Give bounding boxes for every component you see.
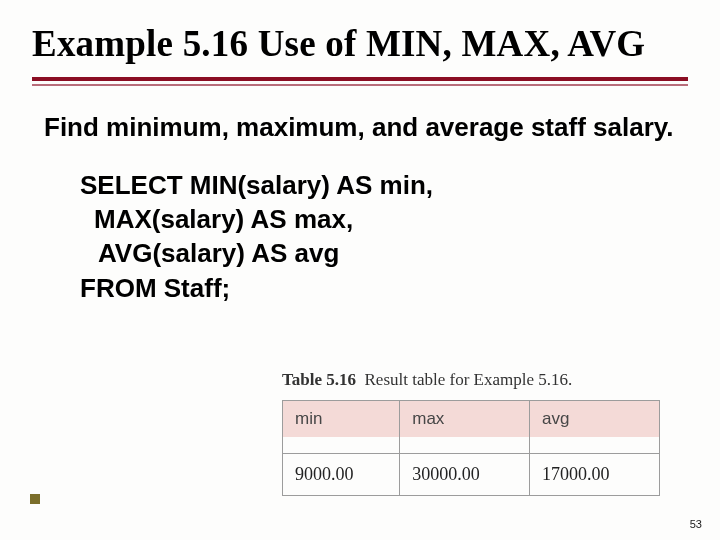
col-header-avg: avg (530, 401, 660, 438)
result-table: min max avg 9000.00 30000.00 17000.00 (282, 400, 660, 496)
table-caption: Table 5.16 Result table for Example 5.16… (282, 370, 682, 390)
table-caption-label: Table 5.16 (282, 370, 356, 389)
table-caption-text: Result table for Example 5.16. (365, 370, 573, 389)
cell-max: 30000.00 (400, 454, 530, 496)
col-header-max: max (400, 401, 530, 438)
table-spacer-row (283, 437, 660, 453)
title-underline (32, 77, 688, 86)
table-header-row: min max avg (283, 401, 660, 438)
result-table-block: Table 5.16 Result table for Example 5.16… (282, 370, 682, 496)
sql-code-block: SELECT MIN(salary) AS min, MAX(salary) A… (80, 168, 680, 305)
slide-title: Example 5.16 Use of MIN, MAX, AVG (32, 22, 692, 65)
col-header-min: min (283, 401, 400, 438)
cell-min: 9000.00 (283, 454, 400, 496)
page-number: 53 (690, 518, 702, 530)
slide-body: Find minimum, maximum, and average staff… (0, 86, 720, 305)
sql-line-4: FROM Staff; (80, 271, 680, 305)
sql-line-2: MAX(salary) AS max, (80, 202, 680, 236)
problem-description: Find minimum, maximum, and average staff… (44, 112, 680, 144)
cell-avg: 17000.00 (530, 454, 660, 496)
sql-line-3: AVG(salary) AS avg (80, 236, 680, 270)
sql-line-1: SELECT MIN(salary) AS min, (80, 168, 680, 202)
table-data-row: 9000.00 30000.00 17000.00 (283, 454, 660, 496)
corner-square-icon (30, 494, 40, 504)
slide-title-block: Example 5.16 Use of MIN, MAX, AVG (0, 0, 720, 71)
